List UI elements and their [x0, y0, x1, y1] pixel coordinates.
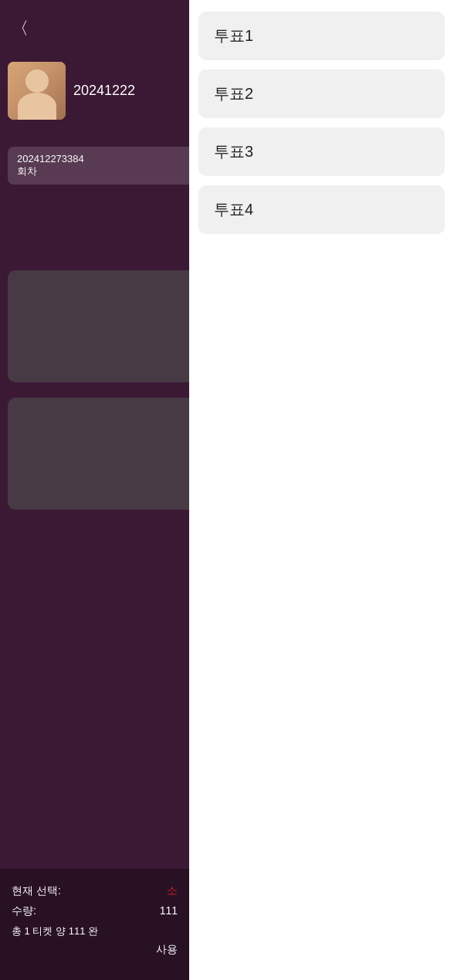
use-label: 사용: [12, 943, 178, 957]
total-text: 총 1 티켓 양 111 완: [12, 924, 178, 938]
quantity-value: 111: [160, 904, 178, 918]
vote-option-3[interactable]: 투표3: [198, 127, 445, 176]
profile-section: 20241222: [8, 62, 135, 120]
ticket-round: 회차: [17, 164, 84, 178]
quantity-label: 수량:: [12, 904, 36, 918]
bottom-info: 현재 선택: 소 수량: 111 총 1 티켓 양 111 완 사용: [0, 869, 189, 980]
vote-dropdown-panel: 투표1 투표2 투표3 투표4: [189, 0, 454, 980]
vote-option-2[interactable]: 투표2: [198, 70, 445, 118]
current-selection-line: 현재 선택: 소: [12, 884, 178, 898]
quantity-line: 수량: 111: [12, 904, 178, 918]
vote-option-1[interactable]: 투표1: [198, 12, 445, 60]
profile-id: 20241222: [73, 83, 135, 99]
back-button[interactable]: 〈: [12, 17, 29, 40]
current-selection-label: 현재 선택:: [12, 884, 61, 898]
current-selection-value: 소: [167, 884, 178, 898]
avatar: [8, 62, 66, 120]
ticket-id: 202412273384: [17, 153, 84, 164]
vote-option-4[interactable]: 투표4: [198, 185, 445, 234]
